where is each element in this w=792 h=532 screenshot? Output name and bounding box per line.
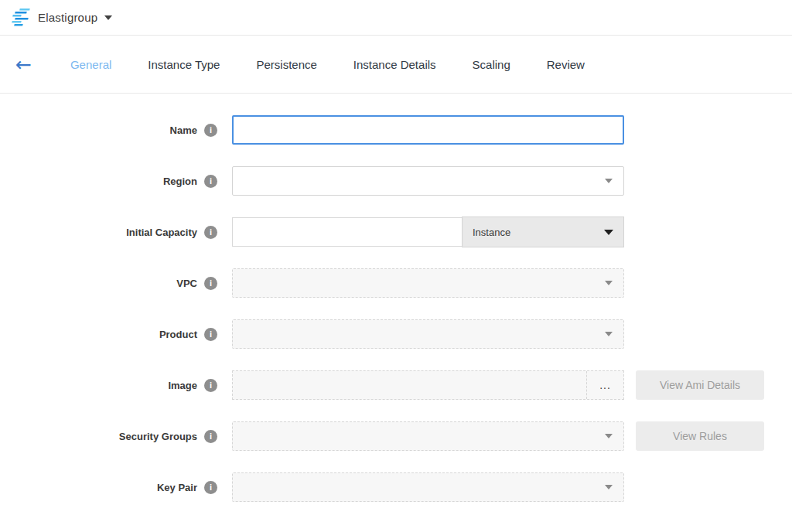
wizard-tab-bar: ← General Instance Type Persistence Inst… — [0, 36, 792, 94]
elastigroup-logo-icon — [10, 8, 31, 28]
form-row-name: Name i — [0, 115, 792, 145]
form-row-key-pair: Key Pair i — [0, 472, 792, 502]
chevron-down-icon — [605, 485, 613, 489]
initial-capacity-label-wrap: Initial Capacity i — [0, 226, 217, 239]
capacity-unit-value: Instance — [473, 227, 604, 238]
chevron-down-icon — [604, 230, 613, 235]
chevron-down-icon — [605, 332, 613, 336]
back-arrow-icon[interactable]: ← — [15, 55, 32, 74]
region-field-area — [232, 166, 624, 196]
key-pair-info-icon[interactable]: i — [204, 481, 217, 494]
app-title: Elastigroup — [38, 11, 97, 24]
security-groups-field-area: View Rules — [232, 421, 764, 451]
region-label-wrap: Region i — [0, 175, 217, 188]
form-row-security-groups: Security Groups i View Rules — [0, 421, 792, 451]
product-label-wrap: Product i — [0, 328, 217, 341]
view-rules-button[interactable]: View Rules — [636, 421, 764, 451]
vpc-label: VPC — [176, 278, 197, 289]
image-browse-button[interactable]: ... — [586, 371, 623, 399]
name-input[interactable] — [232, 115, 624, 145]
form-row-product: Product i — [0, 319, 792, 349]
name-info-icon[interactable]: i — [204, 124, 217, 137]
image-input — [233, 371, 586, 399]
form-row-region: Region i — [0, 166, 792, 196]
name-field-area — [232, 115, 624, 145]
vpc-info-icon[interactable]: i — [204, 277, 217, 290]
region-info-icon[interactable]: i — [204, 175, 217, 188]
tab-general[interactable]: General — [70, 58, 111, 71]
tab-review[interactable]: Review — [547, 58, 585, 71]
view-ami-details-button[interactable]: View Ami Details — [636, 370, 764, 400]
key-pair-field-area — [232, 472, 624, 502]
name-label: Name — [170, 124, 197, 136]
image-label: Image — [168, 380, 197, 391]
product-select — [232, 319, 624, 349]
wizard-tabs: General Instance Type Persistence Instan… — [70, 58, 621, 71]
image-input-group: ... — [232, 370, 624, 400]
form-row-initial-capacity: Initial Capacity i Instance — [0, 217, 792, 247]
top-bar: Elastigroup — [0, 0, 792, 36]
security-groups-label: Security Groups — [119, 431, 197, 442]
chevron-down-icon — [605, 281, 613, 285]
product-label: Product — [159, 329, 197, 340]
vpc-select — [232, 268, 624, 298]
region-select[interactable] — [232, 166, 624, 196]
initial-capacity-input[interactable] — [232, 217, 462, 247]
form-row-image: Image i ... View Ami Details — [0, 370, 792, 400]
elastigroup-creation-page: Elastigroup ← General Instance Type Pers… — [0, 0, 792, 532]
image-field-area: ... View Ami Details — [232, 370, 764, 400]
product-field-area — [232, 319, 624, 349]
general-settings-form: Name i Region i Initial Capacity i — [0, 94, 792, 502]
security-groups-label-wrap: Security Groups i — [0, 430, 217, 443]
app-switcher-caret-icon[interactable] — [104, 15, 112, 20]
tab-persistence[interactable]: Persistence — [256, 58, 316, 71]
security-groups-select — [232, 421, 624, 451]
vpc-field-area — [232, 268, 624, 298]
form-row-vpc: VPC i — [0, 268, 792, 298]
product-info-icon[interactable]: i — [204, 328, 217, 341]
capacity-unit-select[interactable]: Instance — [462, 217, 624, 247]
vpc-label-wrap: VPC i — [0, 277, 217, 290]
tab-instance-type[interactable]: Instance Type — [148, 58, 220, 71]
security-groups-info-icon[interactable]: i — [204, 430, 217, 443]
chevron-down-icon — [605, 179, 613, 183]
initial-capacity-field-area: Instance — [232, 217, 624, 247]
region-label: Region — [163, 176, 197, 187]
key-pair-label: Key Pair — [157, 482, 197, 493]
initial-capacity-info-icon[interactable]: i — [204, 226, 217, 239]
image-info-icon[interactable]: i — [204, 379, 217, 392]
name-label-wrap: Name i — [0, 124, 217, 137]
key-pair-select — [232, 472, 624, 502]
tab-scaling[interactable]: Scaling — [473, 58, 510, 71]
tab-instance-details[interactable]: Instance Details — [353, 58, 436, 71]
initial-capacity-label: Initial Capacity — [126, 227, 197, 238]
key-pair-label-wrap: Key Pair i — [0, 481, 217, 494]
image-label-wrap: Image i — [0, 379, 217, 392]
chevron-down-icon — [605, 434, 613, 438]
